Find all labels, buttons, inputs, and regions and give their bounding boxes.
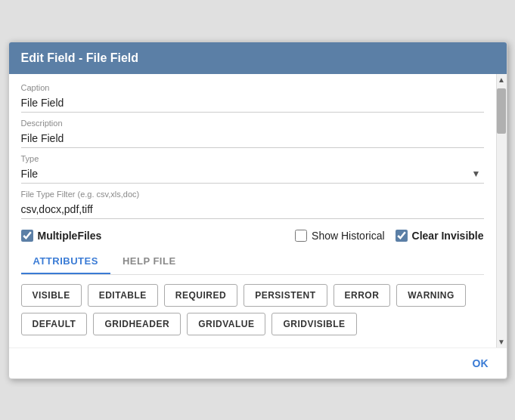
attr-btn-error[interactable]: ERROR: [334, 284, 391, 307]
description-field-group: Description: [21, 119, 484, 148]
caption-input[interactable]: [21, 94, 484, 113]
attr-btn-persistent[interactable]: PERSISTENT: [244, 284, 327, 307]
show-historical-label: Show Historical: [312, 230, 384, 242]
caption-label: Caption: [21, 83, 484, 92]
attr-btn-gridvisible[interactable]: GRIDVISIBLE: [271, 313, 356, 335]
description-input[interactable]: [21, 129, 484, 148]
description-label: Description: [21, 119, 484, 128]
edit-field-dialog: Edit Field - File Field Caption Descript…: [8, 42, 507, 379]
attribute-buttons-container: VISIBLE EDITABLE REQUIRED PERSISTENT ERR…: [21, 284, 484, 335]
show-historical-checkbox[interactable]: [295, 230, 307, 242]
clear-invisible-label: Clear Invisible: [412, 230, 484, 242]
tab-help-file[interactable]: HELP FILE: [110, 249, 188, 274]
multiple-files-checkbox[interactable]: [21, 230, 33, 242]
attr-btn-gridvalue[interactable]: GRIDVALUE: [187, 313, 265, 335]
scrollbar: ▲ ▼: [496, 74, 507, 347]
type-label: Type: [21, 154, 484, 163]
attr-btn-gridheader[interactable]: GRIDHEADER: [93, 313, 181, 335]
file-type-filter-input[interactable]: [21, 200, 484, 219]
caption-field-group: Caption: [21, 83, 484, 113]
scroll-down-arrow[interactable]: ▼: [498, 336, 505, 347]
attr-btn-default[interactable]: DEFAULT: [21, 313, 88, 335]
scrollbar-thumb[interactable]: [497, 88, 506, 134]
tabs-bar: ATTRIBUTES HELP FILE: [21, 249, 484, 275]
type-field-group: Type File ▼: [21, 154, 484, 184]
tab-attributes[interactable]: ATTRIBUTES: [21, 249, 110, 274]
clear-invisible-checkbox-item[interactable]: Clear Invisible: [396, 230, 484, 242]
attr-btn-warning[interactable]: WARNING: [396, 284, 466, 307]
attr-btn-visible[interactable]: VISIBLE: [21, 284, 82, 307]
dialog-content: Caption Description Type File ▼ File Typ…: [9, 74, 496, 347]
show-historical-checkbox-item[interactable]: Show Historical: [295, 230, 384, 242]
multiple-files-label: MultipleFiles: [38, 230, 102, 242]
attr-btn-required[interactable]: REQUIRED: [164, 284, 237, 307]
attr-btn-editable[interactable]: EDITABLE: [88, 284, 158, 307]
dialog-body: Caption Description Type File ▼ File Typ…: [9, 74, 507, 347]
ok-button[interactable]: OK: [467, 354, 495, 372]
type-select[interactable]: File: [21, 165, 484, 184]
file-type-filter-label: File Type Filter (e.g. csv,xls,doc): [21, 190, 484, 199]
type-select-wrapper: File ▼: [21, 165, 484, 184]
dialog-title: Edit Field - File Field: [9, 42, 507, 74]
clear-invisible-checkbox[interactable]: [396, 230, 408, 242]
checkbox-row: MultipleFiles Show Historical Clear Invi…: [21, 230, 484, 242]
right-checkboxes: Show Historical Clear Invisible: [295, 230, 483, 242]
scroll-up-arrow[interactable]: ▲: [498, 74, 505, 85]
multiple-files-checkbox-item[interactable]: MultipleFiles: [21, 230, 102, 242]
dialog-footer: OK: [9, 347, 507, 378]
file-type-filter-group: File Type Filter (e.g. csv,xls,doc): [21, 190, 484, 219]
